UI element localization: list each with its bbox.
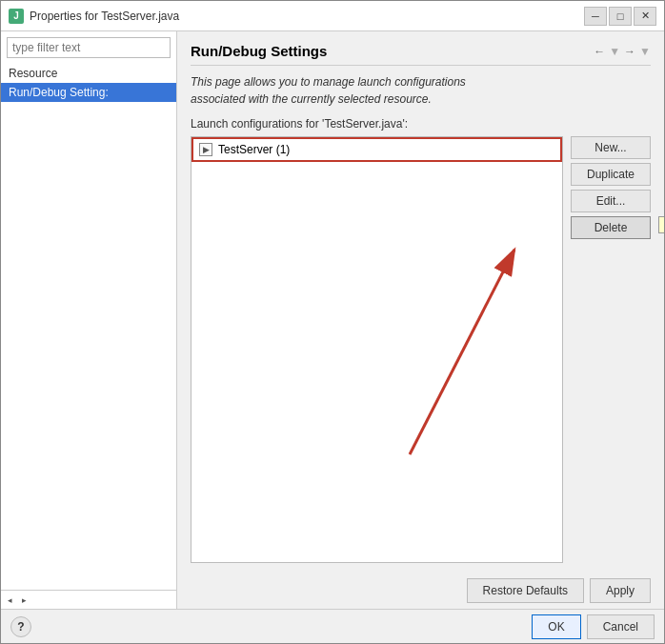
dialog-footer: ? OK Cancel — [1, 609, 664, 643]
cancel-button[interactable]: Cancel — [587, 614, 655, 639]
sidebar-bottom: ◂ ▸ — [1, 590, 176, 609]
edit-button[interactable]: Edit... — [571, 190, 651, 212]
maximize-button[interactable]: □ — [609, 7, 632, 26]
main-panel: Run/Debug Settings ← ▼ → ▼ This page all… — [177, 31, 664, 609]
title-controls: ─ □ ✕ — [584, 7, 656, 26]
list-item-label: TestServer (1) — [218, 143, 290, 156]
window-icon: J — [9, 9, 24, 24]
nav-forward-icon[interactable]: → — [624, 45, 635, 58]
delete-button[interactable]: Delete — [571, 216, 651, 239]
title-bar-left: J Properties for TestServer.java — [9, 9, 179, 24]
footer-buttons: OK Cancel — [532, 614, 655, 639]
nav-forward-disabled-icon: ▼ — [609, 45, 620, 58]
panel-title: Run/Debug Settings — [191, 43, 327, 59]
sidebar-item-run-debug[interactable]: Run/Debug Setting: — [1, 83, 176, 102]
scroll-left-icon[interactable]: ◂ — [5, 594, 15, 607]
title-bar: J Properties for TestServer.java ─ □ ✕ — [1, 1, 664, 31]
minimize-button[interactable]: ─ — [584, 7, 607, 26]
list-item-icon: ▶ — [199, 143, 212, 156]
help-button[interactable]: ? — [10, 616, 31, 637]
list-item[interactable]: ▶ TestServer (1) — [191, 137, 562, 162]
new-button[interactable]: New... — [571, 136, 651, 159]
apply-row: Restore Defaults Apply — [191, 573, 651, 609]
duplicate-button[interactable]: Duplicate — [571, 163, 651, 186]
nav-back-icon[interactable]: ← — [594, 45, 605, 58]
dialog-window: J Properties for TestServer.java ─ □ ✕ R… — [0, 0, 665, 644]
launch-buttons: New... Duplicate Edit... Delete Delete s — [571, 136, 651, 563]
filter-input[interactable] — [7, 37, 171, 58]
delete-area: Delete Delete s — [571, 216, 651, 239]
launch-area: ▶ TestServer (1) New... Duplicate Edit..… — [191, 136, 651, 563]
description-emphasis: currently selected resource — [291, 92, 428, 106]
nav-down-icon: ▼ — [639, 45, 651, 58]
dialog-body: Resource Run/Debug Setting: ◂ ▸ Run/Debu… — [1, 31, 664, 609]
panel-inner: This page allows you to manage launch co… — [191, 73, 651, 609]
panel-description: This page allows you to manage launch co… — [191, 73, 651, 108]
sidebar-tree: Resource Run/Debug Setting: — [1, 64, 176, 590]
ok-button[interactable]: OK — [532, 614, 580, 639]
launch-list[interactable]: ▶ TestServer (1) — [191, 136, 563, 563]
panel-nav: ← ▼ → ▼ — [594, 45, 651, 58]
sidebar-item-resource[interactable]: Resource — [1, 64, 176, 83]
close-button[interactable]: ✕ — [634, 7, 656, 26]
sidebar: Resource Run/Debug Setting: ◂ ▸ — [1, 31, 177, 609]
restore-defaults-button[interactable]: Restore Defaults — [467, 578, 584, 603]
launch-label: Launch configurations for 'TestServer.ja… — [191, 117, 651, 131]
delete-tooltip: Delete s — [655, 218, 664, 231]
scroll-right-icon[interactable]: ▸ — [19, 594, 30, 607]
apply-button[interactable]: Apply — [590, 578, 651, 603]
window-title: Properties for TestServer.java — [30, 10, 179, 23]
